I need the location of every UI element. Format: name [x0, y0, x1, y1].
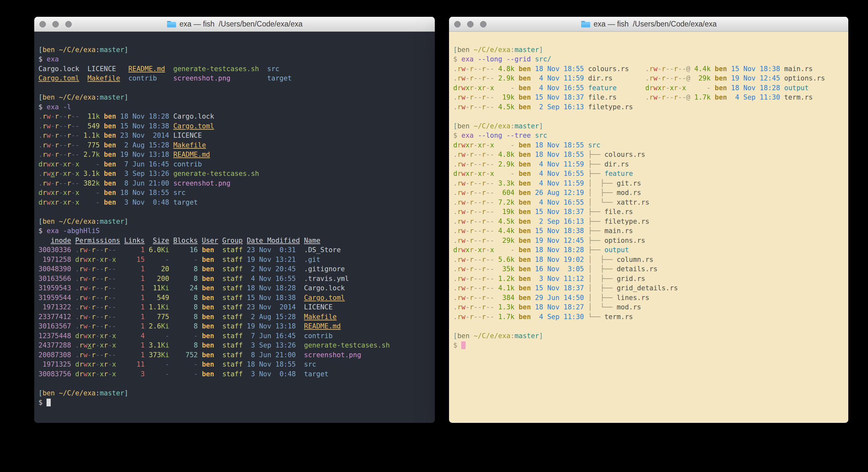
token: 8 Jun 21:00 — [247, 351, 296, 359]
token: details.rs — [617, 265, 657, 273]
token: . — [453, 256, 458, 264]
token: ] — [124, 389, 129, 397]
token: 8 — [194, 275, 198, 283]
token: ben — [104, 170, 116, 177]
token: r — [470, 189, 474, 197]
token — [116, 360, 136, 368]
token: r — [91, 303, 96, 311]
token: x — [88, 360, 92, 368]
token: . — [453, 294, 458, 302]
zoom-button-icon[interactable] — [480, 21, 487, 28]
token: 12375448 — [38, 332, 71, 340]
token: 15 Nov 18:38 — [535, 227, 584, 235]
token — [531, 217, 535, 225]
window-title: exa — fish /Users/ben/Code/exa/exa — [180, 20, 303, 28]
token: 4 Nov 16:55 — [535, 199, 584, 206]
close-button-icon[interactable] — [39, 21, 46, 28]
token — [531, 131, 535, 139]
token: ├── — [588, 227, 604, 235]
token: 3.3k — [498, 179, 515, 187]
token: w — [46, 170, 51, 177]
token — [515, 189, 519, 197]
token: [ — [453, 332, 458, 340]
terminal-content[interactable]: [ben ~/C/e/exa:master]$ exa --long --gri… — [449, 32, 848, 423]
token: - — [194, 256, 198, 264]
token: r — [470, 103, 474, 111]
token: r — [43, 122, 47, 130]
token: 15 Nov 18:38 — [731, 65, 780, 73]
token: r — [482, 313, 486, 321]
token: Ki — [161, 303, 169, 311]
token: . — [453, 237, 458, 244]
token: -- — [473, 275, 482, 283]
token: r — [482, 84, 486, 92]
terminal-line: .rw-r--r-- 11k ben 18 Nov 18:28 Cargo.lo… — [38, 112, 435, 122]
token: ben — [715, 75, 727, 82]
token — [169, 294, 194, 302]
token: ~/C/e/exa — [470, 122, 510, 130]
token: x — [682, 84, 686, 92]
token: r — [470, 284, 474, 292]
token: ben — [519, 256, 531, 264]
token — [584, 160, 588, 168]
terminal-line: .rw-r--r-- 4.4k ben 15 Nov 18:38 ├── mai… — [453, 226, 848, 236]
token — [584, 199, 588, 206]
token: term.rs — [604, 313, 633, 321]
token: Ki — [161, 322, 169, 330]
zoom-button-icon[interactable] — [65, 21, 72, 28]
token — [243, 332, 247, 340]
token: ] — [539, 332, 544, 340]
token — [515, 237, 519, 244]
token — [145, 256, 165, 264]
minimize-button-icon[interactable] — [467, 21, 473, 28]
token — [531, 256, 535, 264]
close-button-icon[interactable] — [454, 21, 461, 28]
token — [116, 141, 120, 149]
token: - — [71, 189, 75, 197]
token — [38, 237, 51, 244]
token — [515, 265, 519, 273]
token: - — [59, 199, 63, 206]
token: 4.1k — [498, 284, 515, 292]
token: $ — [453, 131, 461, 139]
token — [116, 256, 136, 264]
token: -- — [473, 237, 482, 244]
token: w — [653, 65, 658, 73]
title-bar[interactable]: exa — fish /Users/ben/Code/exa/exa — [34, 17, 435, 32]
token — [214, 265, 222, 273]
token: ben — [202, 265, 214, 273]
token — [515, 93, 519, 101]
token — [214, 322, 222, 330]
token: -- — [486, 284, 494, 292]
token: r — [104, 294, 108, 302]
token: -- — [473, 217, 482, 225]
token — [80, 170, 84, 177]
minimize-button-icon[interactable] — [52, 21, 59, 28]
token — [243, 322, 247, 330]
token: -- — [473, 151, 482, 158]
token: x — [51, 170, 55, 177]
token — [71, 284, 75, 292]
token: 18 Nov 18:28 — [247, 284, 296, 292]
token: . — [75, 313, 80, 321]
token — [584, 256, 588, 264]
token: r — [79, 370, 83, 378]
token: 30083756 — [38, 370, 71, 378]
token: d — [38, 199, 43, 206]
token: d — [75, 332, 80, 340]
token: $ — [453, 55, 461, 63]
token — [780, 93, 784, 101]
token: 19k — [502, 208, 515, 216]
token — [243, 246, 247, 254]
title-bar[interactable]: exa — fish /Users/ben/Code/exa/exa — [449, 17, 848, 32]
token: w — [46, 151, 51, 158]
token: 2 Nov 20:45 — [247, 265, 296, 273]
terminal-content[interactable]: [ben ~/C/e/exa:master]$ exaCargo.lock LI… — [34, 32, 435, 423]
token: README.md — [128, 65, 165, 73]
terminal-line: [ben ~/C/e/exa:master] — [38, 93, 435, 102]
terminal-line: .rw-r--r-- 4.1k ben 15 Nov 18:37 │ ├── g… — [453, 284, 848, 293]
token: 30048390 — [38, 265, 71, 273]
token: contrib — [304, 332, 333, 340]
token: r — [470, 256, 474, 264]
terminal-line: .rw-r--r-- 2.7k ben 19 Nov 13:18 README.… — [38, 150, 435, 160]
